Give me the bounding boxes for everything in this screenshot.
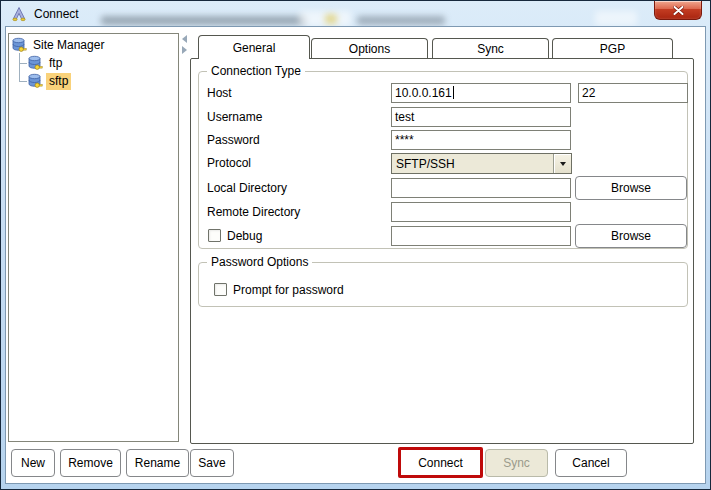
host-value: 10.0.0.161 xyxy=(395,86,452,100)
protocol-value: SFTP/SSH xyxy=(392,157,553,171)
tab-label: Sync xyxy=(477,42,504,56)
tree-item-sftp[interactable]: sftp xyxy=(27,72,71,90)
site-manager-tree: Site Manager ftp xyxy=(8,33,179,442)
window-title: Connect xyxy=(34,7,79,21)
splitter[interactable] xyxy=(182,35,190,54)
button-label: Sync xyxy=(503,456,530,470)
text-caret xyxy=(453,86,454,99)
tab-general[interactable]: General xyxy=(198,35,310,59)
tree-item-site-manager[interactable]: Site Manager xyxy=(11,36,107,54)
group-legend: Connection Type xyxy=(207,64,305,78)
site-manager-icon xyxy=(11,37,27,53)
tab-sync[interactable]: Sync xyxy=(432,38,549,58)
button-label: Cancel xyxy=(572,456,609,470)
button-label: Remove xyxy=(68,456,113,470)
collapse-right-icon[interactable] xyxy=(182,46,187,54)
host-field[interactable]: 10.0.0.161 xyxy=(391,83,571,103)
prompt-for-password-label: Prompt for password xyxy=(233,280,344,300)
close-button[interactable] xyxy=(654,1,702,20)
group-legend: Password Options xyxy=(207,255,312,269)
protocol-label: Protocol xyxy=(207,153,251,173)
app-icon xyxy=(11,6,27,22)
tree-connector xyxy=(19,63,27,64)
collapse-left-icon[interactable] xyxy=(182,35,187,43)
tab-label: PGP xyxy=(600,42,625,56)
remote-directory-field[interactable] xyxy=(391,202,571,222)
chevron-down-icon xyxy=(560,162,566,166)
connection-type-group: Connection Type Host 10.0.0.161 22 Usern… xyxy=(198,71,688,249)
tab-pgp[interactable]: PGP xyxy=(552,38,673,58)
button-label: Rename xyxy=(135,456,180,470)
site-icon xyxy=(27,73,43,89)
debug-file-field[interactable] xyxy=(391,226,571,246)
prompt-for-password-checkbox[interactable] xyxy=(214,283,227,296)
protocol-select[interactable]: SFTP/SSH xyxy=(391,153,572,174)
tree-connector xyxy=(19,53,20,81)
tab-options[interactable]: Options xyxy=(311,38,428,58)
connect-button[interactable]: Connect xyxy=(398,447,483,478)
background-window-blur xyxy=(325,14,337,24)
tab-label: Options xyxy=(349,42,390,56)
username-label: Username xyxy=(207,107,262,127)
button-label: New xyxy=(21,456,45,470)
button-label: Browse xyxy=(611,229,651,243)
button-label: Save xyxy=(198,456,225,470)
username-field[interactable]: test xyxy=(391,107,571,127)
close-icon xyxy=(673,6,684,15)
sync-button: Sync xyxy=(485,449,548,477)
tab-label: General xyxy=(233,41,276,55)
remote-directory-label: Remote Directory xyxy=(207,202,300,222)
connect-dialog-window: Connect Site Manager xyxy=(0,0,711,490)
local-directory-field[interactable] xyxy=(391,178,571,198)
background-window-blur xyxy=(357,16,445,25)
tree-item-label: ftp xyxy=(46,55,65,72)
password-options-group: Password Options Prompt for password xyxy=(198,262,688,307)
save-button[interactable]: Save xyxy=(190,449,234,477)
site-icon xyxy=(27,55,43,71)
new-button[interactable]: New xyxy=(11,449,55,477)
background-window-blur xyxy=(101,16,306,25)
password-label: Password xyxy=(207,130,260,150)
password-value: **** xyxy=(395,133,414,147)
background-window-blur xyxy=(595,11,637,26)
tree-connector xyxy=(19,81,27,82)
dialog-content: Site Manager ftp xyxy=(6,27,705,483)
local-directory-label: Local Directory xyxy=(207,178,287,198)
button-label: Connect xyxy=(418,456,463,470)
debug-label: Debug xyxy=(227,226,262,246)
tree-item-label-selected: sftp xyxy=(46,73,71,90)
port-value: 22 xyxy=(582,86,595,100)
combo-dropdown-button[interactable] xyxy=(553,154,571,173)
password-field[interactable]: **** xyxy=(391,130,571,150)
tree-item-ftp[interactable]: ftp xyxy=(27,54,65,72)
titlebar[interactable]: Connect xyxy=(1,1,710,27)
tree-item-label: Site Manager xyxy=(30,37,107,54)
rename-button[interactable]: Rename xyxy=(126,449,189,477)
port-field[interactable]: 22 xyxy=(578,83,688,103)
username-value: test xyxy=(395,110,414,124)
general-tab-panel: Connection Type Host 10.0.0.161 22 Usern… xyxy=(190,58,694,444)
debug-checkbox[interactable] xyxy=(208,229,221,242)
browse-local-button[interactable]: Browse xyxy=(575,176,687,200)
button-label: Browse xyxy=(611,181,651,195)
host-label: Host xyxy=(207,83,232,103)
cancel-button[interactable]: Cancel xyxy=(555,449,627,477)
browse-debug-button[interactable]: Browse xyxy=(575,224,687,248)
remove-button[interactable]: Remove xyxy=(60,449,121,477)
